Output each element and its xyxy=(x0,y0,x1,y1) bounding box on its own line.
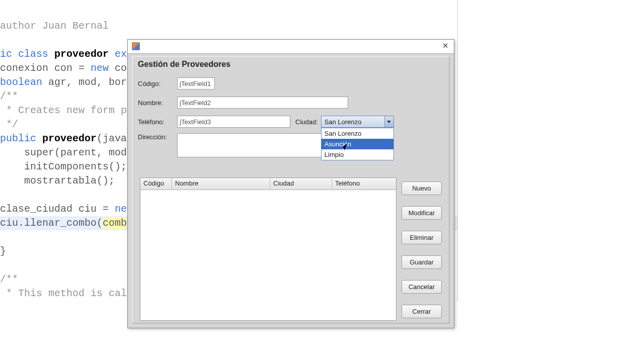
ciudad-option-1[interactable]: Asunción xyxy=(321,139,393,149)
eliminar-button[interactable]: Eliminar xyxy=(401,231,442,244)
table-area: Código Nombre Ciudad Teléfono xyxy=(140,177,396,321)
proveedores-table[interactable]: Código Nombre Ciudad Teléfono xyxy=(140,177,396,321)
ciudad-combobox[interactable]: San Lorenzo San Lorenzo Asunción Limpio xyxy=(321,116,394,128)
label-nombre: Nombre: xyxy=(138,99,177,107)
cerrar-button[interactable]: Cerrar xyxy=(401,305,442,318)
col-codigo[interactable]: Código xyxy=(140,178,172,190)
dialog-title: Gestión de Proveedores xyxy=(133,57,449,74)
close-icon[interactable]: ✕ xyxy=(440,41,451,51)
col-telefono[interactable]: Teléfono xyxy=(332,178,396,190)
java-app-icon xyxy=(132,42,140,50)
nombre-input[interactable] xyxy=(177,97,348,109)
cancelar-button[interactable]: Cancelar xyxy=(401,280,442,294)
dialog-body: Gestión de Proveedores Código: Nombre: T… xyxy=(132,56,450,324)
ciudad-option-2[interactable]: Limpio xyxy=(321,149,393,160)
button-column: Nuevo Modificar Eliminar Guardar Cancela… xyxy=(401,182,442,318)
table-body[interactable] xyxy=(140,190,396,320)
label-ciudad: Ciudad: xyxy=(295,118,318,126)
table-header: Código Nombre Ciudad Teléfono xyxy=(140,178,396,190)
col-nombre[interactable]: Nombre xyxy=(172,178,270,190)
modificar-button[interactable]: Modificar xyxy=(401,206,442,220)
col-ciudad[interactable]: Ciudad xyxy=(270,178,332,190)
nuevo-button[interactable]: Nuevo xyxy=(401,182,442,195)
telefono-input[interactable] xyxy=(177,116,290,128)
ciudad-selected: San Lorenzo xyxy=(321,118,384,126)
titlebar[interactable]: ✕ xyxy=(128,40,454,54)
ciudad-option-0[interactable]: San Lorenzo xyxy=(321,128,393,139)
label-telefono: Teléfono: xyxy=(138,118,177,126)
ciudad-dropdown: San Lorenzo Asunción Limpio xyxy=(321,128,394,160)
codigo-input[interactable] xyxy=(177,77,215,89)
dialog-window: ✕ Gestión de Proveedores Código: Nombre:… xyxy=(127,39,454,328)
chevron-down-icon[interactable] xyxy=(384,116,393,127)
label-direccion: Dirección: xyxy=(138,133,177,141)
guardar-button[interactable]: Guardar xyxy=(401,255,442,269)
label-codigo: Código: xyxy=(138,80,177,87)
